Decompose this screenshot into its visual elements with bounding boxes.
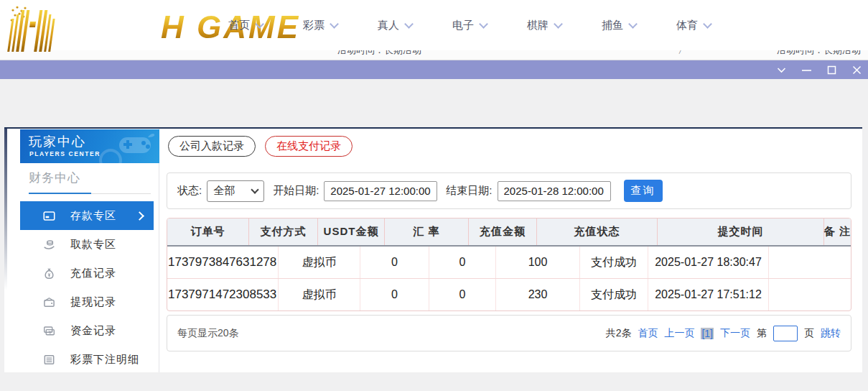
table-header-cell: 备 注 xyxy=(824,218,851,245)
pagination-bar: 每页显示20条 共2条 首页 上一页 [1] 下一页 第 页 跳转 xyxy=(167,315,851,351)
chevron-down-icon xyxy=(554,19,563,29)
recharge-moneybag-icon xyxy=(43,267,55,280)
start-date-input[interactable] xyxy=(324,181,437,201)
status-label: 状态: xyxy=(177,184,202,198)
nav-item[interactable]: 体育 xyxy=(676,19,711,32)
jump-suffix: 页 xyxy=(804,327,814,340)
table-header-cell: 支付方式 xyxy=(249,218,318,245)
clipped-text: 活动时间：长期活动 xyxy=(337,50,421,57)
table-header-cell: 提交时间 xyxy=(658,218,824,245)
nav-item[interactable]: 捕鱼 xyxy=(602,19,636,32)
order-number-cell: 1737973847631278 xyxy=(167,247,279,278)
finance-section-title: 财务中心 xyxy=(29,170,80,186)
minimize-icon[interactable] xyxy=(801,64,812,75)
sidebar-menu-item[interactable]: 取款专区 xyxy=(20,230,154,259)
logo-stripes-icon xyxy=(7,1,158,53)
left-edge-shadow xyxy=(4,129,7,290)
table-header-cell: 订单号 xyxy=(167,218,249,245)
funds-cash-icon xyxy=(43,325,55,337)
amount-cell: 100 xyxy=(496,247,580,278)
usdt-amount-cell: 0 xyxy=(360,279,429,310)
carousel-arrow: 〉 xyxy=(678,50,687,57)
table-header-cell: 汇 率 xyxy=(385,218,469,245)
status-cell: 支付成功 xyxy=(580,247,648,278)
nav-item[interactable]: 电子 xyxy=(452,19,487,32)
current-page-badge: [1] xyxy=(701,328,714,339)
clipped-text: 活动时间：长期活动 xyxy=(777,50,861,57)
sidebar-menu: 存款专区 取款专区 充值记录 提现记录 xyxy=(20,201,159,374)
chevron-down-icon xyxy=(255,19,264,29)
jump-go-link[interactable]: 跳转 xyxy=(821,327,841,340)
sidebar-menu-item[interactable]: 彩票下注明细 xyxy=(20,345,154,374)
table-header-cell: 充值状态 xyxy=(537,218,658,245)
lottery-list-icon xyxy=(43,354,55,366)
note-cell xyxy=(769,279,851,310)
maximize-icon[interactable] xyxy=(826,64,837,75)
table-row: 1737973847631278 虚拟币 0 0 100 支付成功 2025-0… xyxy=(167,247,851,279)
first-page-link[interactable]: 首页 xyxy=(638,327,658,340)
table-header-cell: 充值金额 xyxy=(469,218,537,245)
sidebar-menu-item[interactable]: 充值记录 xyxy=(20,259,154,288)
deposit-card-icon xyxy=(43,210,55,222)
chevron-down-icon xyxy=(330,19,339,29)
start-date-label: 开始日期: xyxy=(273,184,319,198)
close-icon[interactable] xyxy=(851,64,862,75)
chevron-down-icon xyxy=(479,19,488,29)
order-number-cell: 1737971472308533 xyxy=(167,279,279,310)
table-body: 1737973847631278 虚拟币 0 0 100 支付成功 2025-0… xyxy=(167,247,851,310)
status-cell: 支付成功 xyxy=(580,279,648,310)
chevron-down-icon xyxy=(703,19,712,29)
section-divider xyxy=(29,193,151,194)
nav-item[interactable]: 首页 xyxy=(228,19,263,32)
end-date-input[interactable] xyxy=(498,181,611,201)
rate-cell: 0 xyxy=(429,247,496,278)
page-jump-input[interactable] xyxy=(773,326,798,341)
table-header: 订单号 支付方式 USDT金额 汇 率 充值金额 充值状态 提交时间 备 注 xyxy=(167,218,851,247)
pager: 共2条 首页 上一页 [1] 下一页 第 页 跳转 xyxy=(606,326,841,341)
sidebar-menu-item[interactable]: 提现记录 xyxy=(20,288,154,316)
chevron-down-icon xyxy=(251,185,259,193)
submit-time-cell: 2025-01-27 18:30:47 xyxy=(648,247,769,278)
chevron-right-icon xyxy=(135,211,144,221)
nav-item[interactable]: 彩票 xyxy=(303,19,337,32)
sidebar-menu-item[interactable]: 存款专区 xyxy=(20,201,154,230)
chevron-down-icon xyxy=(628,19,638,29)
sidebar-menu-item[interactable]: 资金记录 xyxy=(20,316,154,345)
record-tabs: 公司入款记录 在线支付记录 xyxy=(168,136,353,157)
record-tab[interactable]: 公司入款记录 xyxy=(168,136,256,157)
note-cell xyxy=(769,247,851,278)
submit-time-cell: 2025-01-27 17:51:12 xyxy=(648,279,769,310)
jump-prefix: 第 xyxy=(757,327,767,340)
usdt-amount-cell: 0 xyxy=(360,247,429,278)
payment-method-cell: 虚拟币 xyxy=(279,247,360,278)
rate-cell: 0 xyxy=(429,279,496,310)
search-button[interactable]: 查询 xyxy=(624,180,663,202)
total-count: 共2条 xyxy=(606,327,632,340)
main-nav: 首页 彩票 真人 电子 棋牌 捕鱼 xyxy=(228,0,711,50)
records-table: 订单号 支付方式 USDT金额 汇 率 充值金额 充值状态 提交时间 备 注 1… xyxy=(167,218,851,311)
filter-bar: 状态: 全部 开始日期: 结束日期: 查询 xyxy=(167,172,851,209)
payment-method-cell: 虚拟币 xyxy=(279,279,360,310)
nav-item[interactable]: 真人 xyxy=(378,19,412,32)
sidebar: 玩家中心 PLAYERS CENTER 财务中心 存款专区 取款专区 xyxy=(20,129,159,372)
gamepad-icon xyxy=(115,132,155,156)
status-select-value: 全部 xyxy=(213,184,235,198)
players-center-banner: 玩家中心 PLAYERS CENTER xyxy=(20,129,159,163)
chevron-down-icon xyxy=(404,19,414,29)
page-size-text: 每页显示20条 xyxy=(177,327,239,340)
next-page-link[interactable]: 下一页 xyxy=(720,327,750,340)
withdraw-hand-icon xyxy=(43,239,55,251)
end-date-label: 结束日期: xyxy=(446,184,492,198)
record-tab[interactable]: 在线支付记录 xyxy=(265,136,353,157)
withdrawal-wallet-icon xyxy=(43,296,55,308)
status-select[interactable]: 全部 xyxy=(207,180,264,202)
table-row: 1737971472308533 虚拟币 0 0 230 支付成功 2025-0… xyxy=(167,279,851,310)
window-controls xyxy=(775,60,862,79)
chevron-down-icon[interactable] xyxy=(775,64,787,75)
window-titlebar xyxy=(0,60,868,79)
prev-page-link[interactable]: 上一页 xyxy=(664,327,694,340)
table-header-cell: USDT金额 xyxy=(318,218,385,245)
top-header: H GAME 首页 彩票 真人 电子 棋牌 xyxy=(0,0,868,50)
nav-item[interactable]: 棋牌 xyxy=(527,19,561,32)
amount-cell: 230 xyxy=(496,279,580,310)
